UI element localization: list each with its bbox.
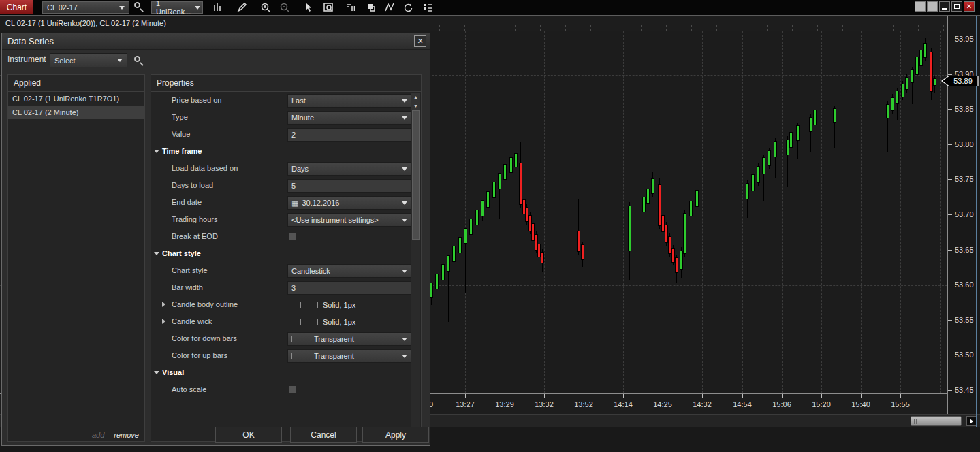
chart-menu-button[interactable]: Chart (0, 0, 33, 14)
section-collapse-icon[interactable] (154, 371, 159, 374)
chart-style-dropdown[interactable]: Candlestick (287, 264, 411, 278)
candle-body (503, 164, 507, 180)
interval-dropdown[interactable]: 1 UniRenk... (151, 1, 203, 14)
gridline-stub (893, 25, 894, 31)
price-tick (948, 355, 952, 355)
scrollbar-thumb[interactable] (911, 416, 962, 426)
candle-body (581, 244, 584, 260)
cancel-button[interactable]: Cancel (290, 427, 357, 443)
type-dropdown[interactable]: Minute (287, 111, 411, 125)
dialog-title-bar[interactable]: Data Series ✕ (2, 33, 430, 50)
price-tick-label: 53.45 (955, 386, 974, 394)
instrument-dropdown-value: CL 02-17 (47, 3, 78, 12)
zigzag-icon[interactable] (382, 1, 397, 14)
zoom-out-icon[interactable] (277, 1, 292, 14)
bar-width-input[interactable]: 3 (287, 281, 411, 295)
cursor-icon[interactable] (300, 1, 315, 14)
panels-icon[interactable] (364, 1, 379, 14)
close-window-button[interactable]: ✕ (964, 1, 975, 12)
column-divider (285, 263, 285, 280)
chevron-down-icon (195, 6, 200, 10)
search-icon[interactable] (134, 2, 140, 8)
window-button-2[interactable] (927, 1, 938, 12)
auto-scale-checkbox[interactable] (289, 386, 296, 393)
property-row: Bar width3 (151, 280, 411, 297)
property-row: Price based onLast (151, 93, 411, 110)
color-for-down-bars-dropdown[interactable]: Transparent (287, 332, 411, 346)
instrument-select-dropdown[interactable]: Select (50, 53, 127, 67)
properties-scrollbar[interactable]: ▲ ▼ (411, 93, 420, 440)
properties-scrollbar-thumb[interactable] (412, 110, 420, 240)
time-tick-label: 13:27 (456, 400, 475, 408)
gridline-stub (868, 25, 868, 31)
scrollbar-right-arrow[interactable] (966, 416, 977, 426)
applied-series-item[interactable]: CL 02-17 (2 Minute) (8, 106, 144, 119)
zoom-in-icon[interactable] (258, 1, 273, 14)
time-tick (623, 394, 624, 398)
price-alignment-icon[interactable] (344, 1, 359, 14)
instrument-dropdown[interactable]: CL 02-17 (42, 1, 129, 14)
section-collapse-icon[interactable] (154, 150, 159, 153)
property-section-header[interactable]: Chart style (151, 246, 411, 263)
value-input[interactable]: 2 (287, 128, 411, 142)
property-row: Load data based onDays (151, 161, 411, 178)
scroll-down-button[interactable]: ▼ (411, 101, 420, 110)
scroll-up-button[interactable]: ▲ (411, 93, 420, 101)
property-label: Trading hours (172, 215, 217, 223)
candle-body (486, 191, 490, 208)
time-tick-label: 15:20 (812, 400, 831, 408)
property-row: Color for down barsTransparent (151, 331, 411, 348)
pencil-icon[interactable] (234, 1, 249, 14)
minimize-button[interactable] (939, 1, 950, 12)
line-style-swatch (300, 302, 318, 308)
price-tick-label: 53.55 (955, 316, 974, 324)
ok-button[interactable]: OK (215, 427, 282, 443)
apply-button[interactable]: Apply (362, 427, 429, 443)
candle-body (464, 228, 467, 244)
column-divider (285, 229, 285, 246)
break-at-eod-checkbox[interactable] (289, 233, 296, 240)
property-label: Price based on (172, 96, 221, 104)
data-box-icon[interactable] (321, 1, 336, 14)
end-date-dropdown[interactable]: ▦30.12.2016 (287, 196, 411, 210)
vertical-gridline (702, 31, 703, 393)
dialog-close-button[interactable]: ✕ (414, 35, 426, 47)
expand-icon[interactable] (162, 302, 165, 307)
time-tick-label: 14:32 (693, 400, 712, 408)
toolbar: Chart CL 02-17 1 UniRenk... (0, 0, 980, 15)
properties-icon[interactable] (420, 1, 435, 14)
load-data-based-on-dropdown[interactable]: Days (287, 162, 411, 176)
properties-header: Properties (151, 75, 421, 92)
candle-body (757, 166, 760, 183)
chevron-down-icon (117, 59, 123, 62)
style-preview: Solid, 1px (287, 298, 411, 312)
color-for-up-bars-dropdown[interactable]: Transparent (287, 349, 411, 363)
trading-hours-dropdown[interactable]: <Use instrument settings> (287, 213, 411, 227)
remove-series-link[interactable]: remove (114, 431, 139, 439)
bar-type-icon[interactable] (210, 1, 225, 14)
time-tick-label: 15:55 (891, 400, 910, 408)
property-row: Candle body outlineSolid, 1px (151, 297, 411, 314)
column-divider (285, 297, 285, 314)
instrument-search-icon[interactable] (134, 56, 140, 62)
maximize-button[interactable] (951, 1, 962, 12)
add-series-link[interactable]: add (92, 431, 104, 439)
days-to-load-input[interactable]: 5 (287, 179, 411, 193)
price-tick (948, 144, 952, 145)
expand-icon[interactable] (162, 319, 165, 324)
vertical-gridline (584, 31, 584, 393)
window-button-1[interactable] (915, 1, 926, 12)
property-section-header[interactable]: Time frame (151, 144, 411, 161)
property-row: Chart styleCandlestick (151, 263, 411, 280)
applied-series-item[interactable]: CL 02-17 (1 UniRenko T1R7O1) (8, 92, 144, 106)
section-collapse-icon[interactable] (154, 252, 159, 255)
applied-panel: Applied CL 02-17 (1 UniRenko T1R7O1)CL 0… (7, 74, 145, 442)
candle-body (447, 255, 450, 272)
property-section-header[interactable]: Visual (151, 365, 411, 382)
reload-icon[interactable] (400, 1, 415, 14)
color-swatch (291, 353, 309, 359)
price-tick-label: 53.65 (955, 246, 974, 254)
price-based-on-dropdown[interactable]: Last (287, 94, 411, 108)
gridline-stub (842, 25, 843, 31)
gridline-stub (666, 25, 667, 31)
